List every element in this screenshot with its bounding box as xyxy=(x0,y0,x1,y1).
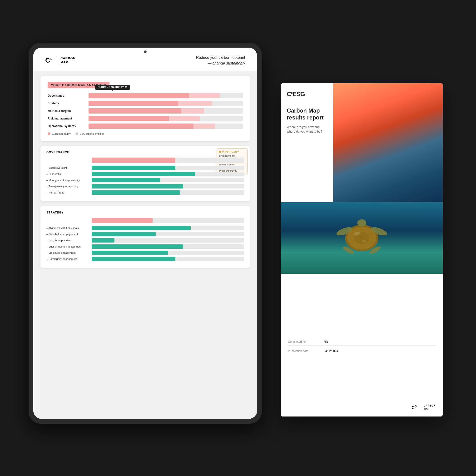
report-title: Carbon Map results report xyxy=(287,107,327,121)
governance-header-bar xyxy=(92,157,175,163)
svg-point-6 xyxy=(357,220,366,227)
analytics-bar-current-5 xyxy=(88,123,193,129)
tablet-camera xyxy=(144,51,147,53)
analytics-label-governance: Governance xyxy=(48,94,86,97)
completed-for-value: Hilti xyxy=(324,340,328,343)
esg-logo: C6ESG xyxy=(287,90,327,98)
gov-row-board: – Board oversight' xyxy=(46,166,244,170)
strat-label-esg: – Alignment with ESG goals xyxy=(46,227,89,229)
strat-bar-community xyxy=(92,257,244,261)
analytics-card: YOUR CARBON MAP ANALYTICS CURRENT MATURI… xyxy=(40,76,250,141)
gov-bar-fill-transparency xyxy=(92,184,183,188)
strat-row-env: – Environmental management xyxy=(46,244,244,249)
strat-bar-fill-stakeholder xyxy=(92,232,156,236)
analytics-label-risk: Risk management xyxy=(48,117,86,120)
footer-logo-text: CARBON MAP xyxy=(424,404,436,410)
analytics-bar-risk xyxy=(88,116,243,121)
tagline: Reduce your carbon footprint — change su… xyxy=(196,55,245,66)
report-top-left: C6ESG Carbon Map results report Where ar… xyxy=(281,83,333,202)
legend-current: Current maturity xyxy=(48,132,71,135)
governance-card: OPPORTUNITY By reviewing and improving s… xyxy=(40,146,250,201)
analytics-label-strategy: Strategy xyxy=(48,102,86,105)
report-info-rows: Completed for Hilti Publication date 24/… xyxy=(288,338,436,355)
tablet: C6 CARBON MAP Reduce your carbon footpri… xyxy=(29,43,262,424)
opportunity-title: OPPORTUNITY xyxy=(219,151,245,153)
analytics-bar-operational xyxy=(88,123,243,129)
strat-bar-fill-community xyxy=(92,257,175,261)
analytics-row-strategy: Strategy xyxy=(48,101,243,106)
analytics-label-operational: Operational systems xyxy=(48,124,86,128)
gov-bar-fill-leadership xyxy=(92,172,195,176)
tablet-logo: C6 CARBON MAP xyxy=(45,56,75,65)
analytics-row-operational: Operational systems xyxy=(48,123,243,129)
analytics-bar-current-3 xyxy=(88,108,181,114)
report-subtitle: Where are you now and where do you want … xyxy=(287,125,327,134)
gov-bar-fill-mgmt xyxy=(92,178,160,182)
gov-bar-fill-board xyxy=(92,166,175,170)
strat-bar-employee xyxy=(92,251,244,255)
tablet-logo-divider xyxy=(56,56,56,65)
publication-label: Publication date xyxy=(288,349,319,353)
strategy-title: STRATEGY xyxy=(46,211,244,214)
analytics-row-risk: Risk management xyxy=(48,116,243,121)
legend-dot-gray xyxy=(75,132,78,135)
completed-for-label: Completed for xyxy=(288,340,319,343)
strat-bar-stakeholder xyxy=(92,232,244,236)
strat-bar-bg-3 xyxy=(92,238,244,242)
strat-bar-fill-employee xyxy=(92,251,168,255)
strategy-header-bar xyxy=(92,218,153,223)
gov-label-leadership: – Leadership xyxy=(46,172,89,175)
governance-title: GOVERNANCE xyxy=(46,151,244,154)
analytics-bar-strategy xyxy=(88,101,243,106)
strat-bar-fill-env xyxy=(92,244,183,249)
gov-bar-fill-human-rights xyxy=(92,190,180,195)
analytics-chart-rows: CURRENT MATURITY 03 Governance xyxy=(48,93,243,129)
maturity-tooltip: CURRENT MATURITY 03 xyxy=(95,85,130,90)
opp-dot xyxy=(219,151,221,153)
strat-bar-fill-esg xyxy=(92,226,191,230)
analytics-label-metrics: Metrics & targets xyxy=(48,109,86,113)
strat-row-esg: – Alignment with ESG goals xyxy=(46,226,244,230)
analytics-bar-metrics xyxy=(88,108,243,114)
strat-row-employee: – Employee engagement xyxy=(46,251,244,255)
report-footer: Completed for Hilti Publication date 24/… xyxy=(281,274,443,416)
strat-row-longterm: – Long-term planning xyxy=(46,238,244,242)
analytics-legend: Current maturity ESG criteria ambition xyxy=(48,132,243,135)
gov-bar-transparency xyxy=(92,184,244,188)
analytics-row-metrics: Metrics & targets xyxy=(48,108,243,114)
analytics-bar-current-2 xyxy=(88,101,178,106)
ocean-turtle-image xyxy=(281,202,443,274)
analytics-bar-current-4 xyxy=(88,116,169,121)
strat-row-community: – Community engagement xyxy=(46,257,244,261)
turtle-svg-large xyxy=(328,208,395,268)
report-card: C6ESG Carbon Map results report Where ar… xyxy=(281,83,443,416)
footer-divider xyxy=(420,404,421,410)
tablet-logo-text: CARBON MAP xyxy=(60,56,75,65)
governance-header-row xyxy=(46,157,244,163)
strat-row-stakeholder: – Stakeholder engagement xyxy=(46,232,244,236)
strategy-header-row xyxy=(46,218,244,223)
gov-bar-human-rights xyxy=(92,190,244,195)
gov-row-human-rights: – Human rights xyxy=(46,190,244,195)
gov-row-leadership: – Leadership xyxy=(46,172,244,176)
strat-bar-longterm xyxy=(92,238,244,242)
gov-row-mgmt: – Management responsibility xyxy=(46,178,244,182)
gov-label-mgmt: – Management responsibility xyxy=(46,179,89,182)
strat-label-community: – Community engagement xyxy=(46,257,89,260)
report-info-row-client: Completed for Hilti xyxy=(288,338,436,346)
strat-label-employee: – Employee engagement xyxy=(46,251,89,254)
gov-bar-mgmt xyxy=(92,178,244,182)
legend-dot-pink xyxy=(48,132,51,135)
tablet-content: YOUR CARBON MAP ANALYTICS CURRENT MATURI… xyxy=(33,71,257,419)
sunset-image xyxy=(333,83,443,202)
analytics-row-governance: Governance xyxy=(48,93,243,98)
strategy-card: STRATEGY – Alignment with ESG goals xyxy=(40,206,250,268)
strat-bar-esg xyxy=(92,226,244,230)
report-top: C6ESG Carbon Map results report Where ar… xyxy=(281,83,443,202)
report-footer-logo: C6 CARBON MAP xyxy=(288,404,436,410)
tablet-screen: C6 CARBON MAP Reduce your carbon footpri… xyxy=(33,48,257,419)
analytics-bar-current xyxy=(88,93,189,98)
strat-bar-fill-longterm xyxy=(92,238,115,242)
footer-c6: C6 xyxy=(411,404,416,410)
strat-label-longterm: – Long-term planning xyxy=(46,239,89,242)
